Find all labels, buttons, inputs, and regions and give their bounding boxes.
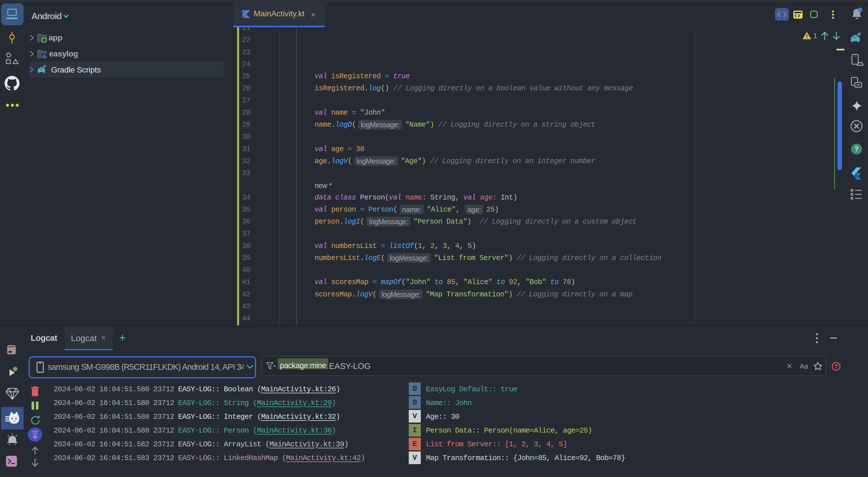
svg-text:?: ?: [855, 145, 859, 153]
